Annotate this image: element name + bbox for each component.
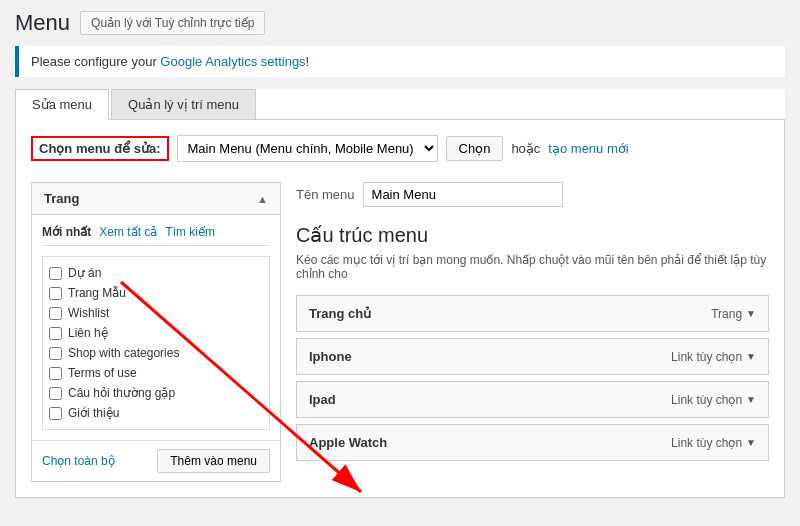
list-item: Wishlist xyxy=(49,303,263,323)
menu-item-label: Ipad xyxy=(309,392,336,407)
left-panel-title: Trang xyxy=(44,191,79,206)
list-item: Terms of use xyxy=(49,363,263,383)
sub-tab-moi-nhat[interactable]: Mới nhất xyxy=(42,225,91,239)
tab-quan-ly[interactable]: Quản lý vị trí menu xyxy=(111,89,256,119)
menu-item-label: Iphone xyxy=(309,349,352,364)
list-item: Shop with categories xyxy=(49,343,263,363)
item-label: Shop with categories xyxy=(68,346,179,360)
notice-suffix: ! xyxy=(306,54,310,69)
items-list: Dự án Trang Mẫu Wishlist Liên hệ xyxy=(42,256,270,430)
menu-item-type: Link tùy chọn ▼ xyxy=(671,393,756,407)
item-label: Wishlist xyxy=(68,306,109,320)
item-label: Liên hệ xyxy=(68,326,108,340)
item-checkbox-lien-he[interactable] xyxy=(49,327,62,340)
menu-name-input[interactable] xyxy=(363,182,563,207)
item-checkbox-cau-hoi[interactable] xyxy=(49,387,62,400)
item-label: Câu hỏi thường gặp xyxy=(68,386,175,400)
new-menu-link[interactable]: tạo menu mới xyxy=(548,141,628,156)
list-item: Liên hệ xyxy=(49,323,263,343)
add-to-menu-button[interactable]: Thêm vào menu xyxy=(157,449,270,473)
left-panel-footer: Chọn toàn bộ Thêm vào menu xyxy=(32,440,280,481)
left-panel-header[interactable]: Trang ▲ xyxy=(32,183,280,215)
menu-item-type: Link tùy chọn ▼ xyxy=(671,436,756,450)
menu-item-apple-watch[interactable]: Apple Watch Link tùy chọn ▼ xyxy=(296,424,769,461)
select-menu-row: Chọn menu để sửa: Main Menu (Menu chính,… xyxy=(31,135,769,162)
item-label: Terms of use xyxy=(68,366,137,380)
list-item: Giới thiệu xyxy=(49,403,263,423)
content-area: Chọn menu để sửa: Main Menu (Menu chính,… xyxy=(15,120,785,498)
item-checkbox-wishlist[interactable] xyxy=(49,307,62,320)
menu-item-label: Trang chủ xyxy=(309,306,371,321)
left-panel: Trang ▲ Mới nhất Xem tất cả Tìm kiếm Dự … xyxy=(31,182,281,482)
chevron-down-icon: ▼ xyxy=(746,394,756,405)
page-header: Menu Quản lý với Tuỳ chỉnh trực tiếp xyxy=(15,10,785,36)
list-item: Trang Mẫu xyxy=(49,283,263,303)
notice-text: Please configure your xyxy=(31,54,160,69)
menu-item-iphone[interactable]: Iphone Link tùy chọn ▼ xyxy=(296,338,769,375)
notice-bar: Please configure your Google Analytics s… xyxy=(15,46,785,77)
tab-sua-menu[interactable]: Sửa menu xyxy=(15,89,109,120)
right-panel: Tên menu Cấu trúc menu Kéo các mục tới v… xyxy=(296,182,769,467)
menu-item-ipad[interactable]: Ipad Link tùy chọn ▼ xyxy=(296,381,769,418)
section-desc: Kéo các mục tới vị trí bạn mong muốn. Nh… xyxy=(296,253,769,281)
section-title: Cấu trúc menu xyxy=(296,223,769,247)
menu-item-trang-chu[interactable]: Trang chủ Trang ▼ xyxy=(296,295,769,332)
sub-tab-tim-kiem[interactable]: Tìm kiếm xyxy=(165,225,215,239)
page-title: Menu xyxy=(15,10,70,36)
or-text: hoặc xyxy=(511,141,540,156)
chevron-down-icon: ▼ xyxy=(746,351,756,362)
two-col-layout: Trang ▲ Mới nhất Xem tất cả Tìm kiếm Dự … xyxy=(31,182,769,482)
item-label: Dự án xyxy=(68,266,101,280)
menu-item-type: Link tùy chọn ▼ xyxy=(671,350,756,364)
item-checkbox-shop[interactable] xyxy=(49,347,62,360)
item-checkbox-terms[interactable] xyxy=(49,367,62,380)
sub-tabs: Mới nhất Xem tất cả Tìm kiếm xyxy=(42,225,270,246)
item-label: Giới thiệu xyxy=(68,406,119,420)
menu-name-label: Tên menu xyxy=(296,187,355,202)
chon-button[interactable]: Chọn xyxy=(446,136,504,161)
item-checkbox-du-an[interactable] xyxy=(49,267,62,280)
chevron-down-icon: ▼ xyxy=(746,437,756,448)
tabs-row: Sửa menu Quản lý vị trí menu xyxy=(15,89,785,120)
item-checkbox-gioi-thieu[interactable] xyxy=(49,407,62,420)
list-item: Câu hỏi thường gặp xyxy=(49,383,263,403)
chevron-down-icon: ▼ xyxy=(746,308,756,319)
menu-item-type: Trang ▼ xyxy=(711,307,756,321)
menu-item-label: Apple Watch xyxy=(309,435,387,450)
item-label: Trang Mẫu xyxy=(68,286,126,300)
customize-button[interactable]: Quản lý với Tuỳ chỉnh trực tiếp xyxy=(80,11,265,35)
item-checkbox-trang-mau[interactable] xyxy=(49,287,62,300)
sub-tab-xem-tat-ca[interactable]: Xem tất cả xyxy=(99,225,157,239)
select-menu-label: Chọn menu để sửa: xyxy=(31,136,169,161)
menu-name-row: Tên menu xyxy=(296,182,769,207)
analytics-link[interactable]: Google Analytics settings xyxy=(160,54,305,69)
list-item: Dự án xyxy=(49,263,263,283)
menu-select[interactable]: Main Menu (Menu chính, Mobile Menu) xyxy=(177,135,438,162)
select-all-link[interactable]: Chọn toàn bộ xyxy=(42,454,115,468)
left-panel-body: Mới nhất Xem tất cả Tìm kiếm Dự án Trang… xyxy=(32,215,280,440)
collapse-icon: ▲ xyxy=(257,193,268,205)
